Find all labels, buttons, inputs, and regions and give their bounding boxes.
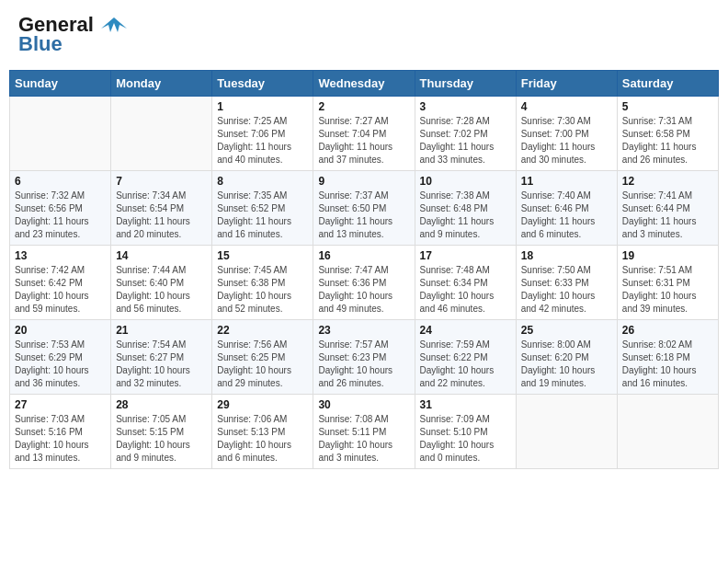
calendar-cell: 12Sunrise: 7:41 AMSunset: 6:44 PMDayligh… [617, 171, 718, 246]
day-number: 21 [116, 324, 207, 337]
calendar-cell: 30Sunrise: 7:08 AMSunset: 5:11 PMDayligh… [313, 395, 415, 469]
day-detail: Sunrise: 7:31 AMSunset: 6:58 PMDaylight:… [622, 115, 713, 167]
day-detail: Sunrise: 7:35 AMSunset: 6:52 PMDaylight:… [217, 190, 308, 241]
calendar-cell: 25Sunrise: 8:00 AMSunset: 6:20 PMDayligh… [516, 320, 617, 395]
day-detail: Sunrise: 8:00 AMSunset: 6:20 PMDaylight:… [521, 339, 612, 390]
day-detail: Sunrise: 7:06 AMSunset: 5:13 PMDaylight:… [217, 413, 308, 465]
day-detail: Sunrise: 7:27 AMSunset: 7:04 PMDaylight:… [318, 115, 409, 167]
calendar-cell: 3Sunrise: 7:28 AMSunset: 7:02 PMDaylight… [415, 97, 516, 171]
day-number: 10 [420, 175, 511, 188]
logo-bird-icon [101, 16, 127, 36]
day-number: 17 [420, 249, 511, 262]
day-detail: Sunrise: 7:41 AMSunset: 6:44 PMDaylight:… [622, 190, 713, 241]
calendar-week-row: 13Sunrise: 7:42 AMSunset: 6:42 PMDayligh… [10, 246, 719, 320]
day-detail: Sunrise: 7:48 AMSunset: 6:34 PMDaylight:… [420, 264, 511, 316]
calendar-cell: 22Sunrise: 7:56 AMSunset: 6:25 PMDayligh… [212, 320, 313, 395]
weekday-header-monday: Monday [111, 71, 212, 97]
day-detail: Sunrise: 7:51 AMSunset: 6:31 PMDaylight:… [622, 264, 713, 316]
calendar-cell [111, 97, 212, 171]
calendar-cell: 24Sunrise: 7:59 AMSunset: 6:22 PMDayligh… [415, 320, 516, 395]
day-detail: Sunrise: 7:32 AMSunset: 6:56 PMDaylight:… [15, 190, 106, 241]
calendar-cell: 6Sunrise: 7:32 AMSunset: 6:56 PMDaylight… [10, 171, 111, 246]
day-detail: Sunrise: 7:45 AMSunset: 6:38 PMDaylight:… [217, 264, 308, 316]
day-number: 29 [217, 398, 308, 411]
svg-marker-0 [101, 17, 127, 32]
day-number: 11 [521, 175, 612, 188]
day-number: 2 [318, 100, 409, 113]
calendar-cell: 11Sunrise: 7:40 AMSunset: 6:46 PMDayligh… [516, 171, 617, 246]
day-number: 19 [622, 249, 713, 262]
calendar-week-row: 27Sunrise: 7:03 AMSunset: 5:16 PMDayligh… [10, 395, 719, 469]
calendar-cell: 15Sunrise: 7:45 AMSunset: 6:38 PMDayligh… [212, 246, 313, 320]
day-detail: Sunrise: 7:09 AMSunset: 5:10 PMDaylight:… [420, 413, 511, 465]
weekday-header-tuesday: Tuesday [212, 71, 313, 97]
calendar-cell: 7Sunrise: 7:34 AMSunset: 6:54 PMDaylight… [111, 171, 212, 246]
calendar-cell: 23Sunrise: 7:57 AMSunset: 6:23 PMDayligh… [313, 320, 415, 395]
day-number: 12 [622, 175, 713, 188]
calendar-cell: 19Sunrise: 7:51 AMSunset: 6:31 PMDayligh… [617, 246, 718, 320]
day-number: 8 [217, 175, 308, 188]
day-number: 4 [521, 100, 612, 113]
weekday-header-wednesday: Wednesday [313, 71, 415, 97]
calendar-week-row: 20Sunrise: 7:53 AMSunset: 6:29 PMDayligh… [10, 320, 719, 395]
day-number: 16 [318, 249, 409, 262]
day-number: 20 [15, 324, 106, 337]
day-number: 15 [217, 249, 308, 262]
logo: General Blue [18, 14, 127, 56]
calendar-cell: 2Sunrise: 7:27 AMSunset: 7:04 PMDaylight… [313, 97, 415, 171]
day-detail: Sunrise: 7:03 AMSunset: 5:16 PMDaylight:… [15, 413, 106, 465]
day-detail: Sunrise: 7:59 AMSunset: 6:22 PMDaylight:… [420, 339, 511, 390]
day-detail: Sunrise: 7:50 AMSunset: 6:33 PMDaylight:… [521, 264, 612, 316]
calendar-cell: 5Sunrise: 7:31 AMSunset: 6:58 PMDaylight… [617, 97, 718, 171]
day-detail: Sunrise: 7:47 AMSunset: 6:36 PMDaylight:… [318, 264, 409, 316]
weekday-header-friday: Friday [516, 71, 617, 97]
weekday-header-sunday: Sunday [10, 71, 111, 97]
day-detail: Sunrise: 7:37 AMSunset: 6:50 PMDaylight:… [318, 190, 409, 241]
calendar-table: SundayMondayTuesdayWednesdayThursdayFrid… [9, 70, 719, 469]
day-number: 18 [521, 249, 612, 262]
calendar-cell: 14Sunrise: 7:44 AMSunset: 6:40 PMDayligh… [111, 246, 212, 320]
calendar-cell: 29Sunrise: 7:06 AMSunset: 5:13 PMDayligh… [212, 395, 313, 469]
calendar-cell: 13Sunrise: 7:42 AMSunset: 6:42 PMDayligh… [10, 246, 111, 320]
day-number: 23 [318, 324, 409, 337]
day-number: 28 [116, 398, 207, 411]
calendar-cell: 28Sunrise: 7:05 AMSunset: 5:15 PMDayligh… [111, 395, 212, 469]
day-detail: Sunrise: 8:02 AMSunset: 6:18 PMDaylight:… [622, 339, 713, 390]
day-number: 30 [318, 398, 409, 411]
day-detail: Sunrise: 7:40 AMSunset: 6:46 PMDaylight:… [521, 190, 612, 241]
calendar-cell: 17Sunrise: 7:48 AMSunset: 6:34 PMDayligh… [415, 246, 516, 320]
calendar-week-row: 6Sunrise: 7:32 AMSunset: 6:56 PMDaylight… [10, 171, 719, 246]
day-detail: Sunrise: 7:57 AMSunset: 6:23 PMDaylight:… [318, 339, 409, 390]
calendar-cell: 8Sunrise: 7:35 AMSunset: 6:52 PMDaylight… [212, 171, 313, 246]
day-number: 31 [420, 398, 511, 411]
calendar-cell: 16Sunrise: 7:47 AMSunset: 6:36 PMDayligh… [313, 246, 415, 320]
calendar-cell: 21Sunrise: 7:54 AMSunset: 6:27 PMDayligh… [111, 320, 212, 395]
day-number: 13 [15, 249, 106, 262]
day-number: 22 [217, 324, 308, 337]
day-detail: Sunrise: 7:28 AMSunset: 7:02 PMDaylight:… [420, 115, 511, 167]
day-detail: Sunrise: 7:05 AMSunset: 5:15 PMDaylight:… [116, 413, 207, 465]
day-detail: Sunrise: 7:34 AMSunset: 6:54 PMDaylight:… [116, 190, 207, 241]
calendar-cell: 1Sunrise: 7:25 AMSunset: 7:06 PMDaylight… [212, 97, 313, 171]
day-detail: Sunrise: 7:54 AMSunset: 6:27 PMDaylight:… [116, 339, 207, 390]
day-number: 5 [622, 100, 713, 113]
day-detail: Sunrise: 7:56 AMSunset: 6:25 PMDaylight:… [217, 339, 308, 390]
calendar-cell: 26Sunrise: 8:02 AMSunset: 6:18 PMDayligh… [617, 320, 718, 395]
calendar-cell [516, 395, 617, 469]
calendar-cell [10, 97, 111, 171]
day-detail: Sunrise: 7:08 AMSunset: 5:11 PMDaylight:… [318, 413, 409, 465]
day-number: 9 [318, 175, 409, 188]
calendar-cell [617, 395, 718, 469]
day-detail: Sunrise: 7:42 AMSunset: 6:42 PMDaylight:… [15, 264, 106, 316]
calendar-cell: 9Sunrise: 7:37 AMSunset: 6:50 PMDaylight… [313, 171, 415, 246]
day-number: 27 [15, 398, 106, 411]
page-header: General Blue [9, 9, 719, 61]
calendar-cell: 4Sunrise: 7:30 AMSunset: 7:00 PMDaylight… [516, 97, 617, 171]
day-detail: Sunrise: 7:38 AMSunset: 6:48 PMDaylight:… [420, 190, 511, 241]
calendar-cell: 27Sunrise: 7:03 AMSunset: 5:16 PMDayligh… [10, 395, 111, 469]
calendar-cell: 18Sunrise: 7:50 AMSunset: 6:33 PMDayligh… [516, 246, 617, 320]
day-number: 7 [116, 175, 207, 188]
calendar-cell: 31Sunrise: 7:09 AMSunset: 5:10 PMDayligh… [415, 395, 516, 469]
weekday-header-thursday: Thursday [415, 71, 516, 97]
day-number: 14 [116, 249, 207, 262]
